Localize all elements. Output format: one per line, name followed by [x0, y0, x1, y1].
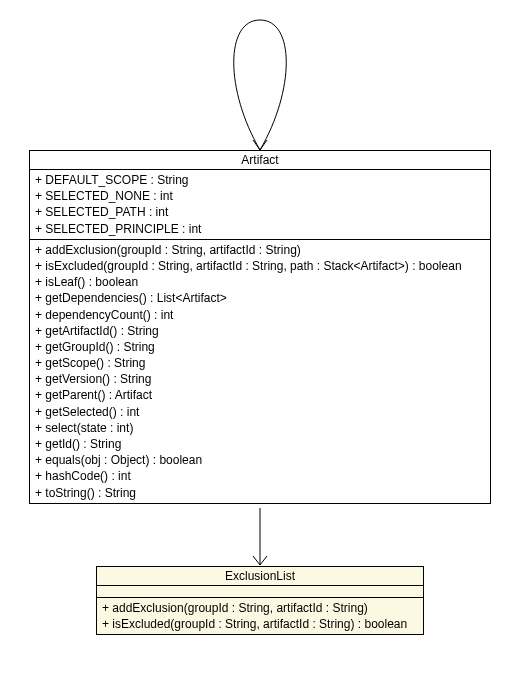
- method-row: + toString() : String: [35, 485, 485, 501]
- class-name: Artifact: [30, 151, 490, 170]
- attribute-row: + SELECTED_PATH : int: [35, 204, 485, 220]
- method-row: + equals(obj : Object) : boolean: [35, 452, 485, 468]
- method-row: + isExcluded(groupId : String, artifactI…: [102, 616, 418, 632]
- attributes-compartment: [97, 586, 423, 598]
- method-row: + getDependencies() : List<Artifact>: [35, 290, 485, 306]
- methods-compartment: + addExclusion(groupId : String, artifac…: [97, 598, 423, 634]
- class-name-text: ExclusionList: [225, 569, 295, 583]
- method-row: + getId() : String: [35, 436, 485, 452]
- uml-diagram: Artifact + DEFAULT_SCOPE : String + SELE…: [0, 0, 520, 675]
- method-row: + addExclusion(groupId : String, artifac…: [35, 242, 485, 258]
- method-row: + isLeaf() : boolean: [35, 274, 485, 290]
- method-row: + getScope() : String: [35, 355, 485, 371]
- class-name-text: Artifact: [241, 153, 278, 167]
- method-row: + getArtifactId() : String: [35, 323, 485, 339]
- attribute-row: + SELECTED_PRINCIPLE : int: [35, 221, 485, 237]
- class-artifact: Artifact + DEFAULT_SCOPE : String + SELE…: [29, 150, 491, 504]
- method-row: + select(state : int): [35, 420, 485, 436]
- attribute-row: + DEFAULT_SCOPE : String: [35, 172, 485, 188]
- method-row: + hashCode() : int: [35, 468, 485, 484]
- method-row: + getVersion() : String: [35, 371, 485, 387]
- methods-compartment: + addExclusion(groupId : String, artifac…: [30, 240, 490, 503]
- attributes-compartment: + DEFAULT_SCOPE : String + SELECTED_NONE…: [30, 170, 490, 240]
- attribute-row: + SELECTED_NONE : int: [35, 188, 485, 204]
- method-row: + isExcluded(groupId : String, artifactI…: [35, 258, 485, 274]
- method-row: + getGroupId() : String: [35, 339, 485, 355]
- method-row: + getSelected() : int: [35, 404, 485, 420]
- method-row: + addExclusion(groupId : String, artifac…: [102, 600, 418, 616]
- class-name: ExclusionList: [97, 567, 423, 586]
- method-row: + getParent() : Artifact: [35, 387, 485, 403]
- class-exclusionlist: ExclusionList + addExclusion(groupId : S…: [96, 566, 424, 635]
- method-row: + dependencyCount() : int: [35, 307, 485, 323]
